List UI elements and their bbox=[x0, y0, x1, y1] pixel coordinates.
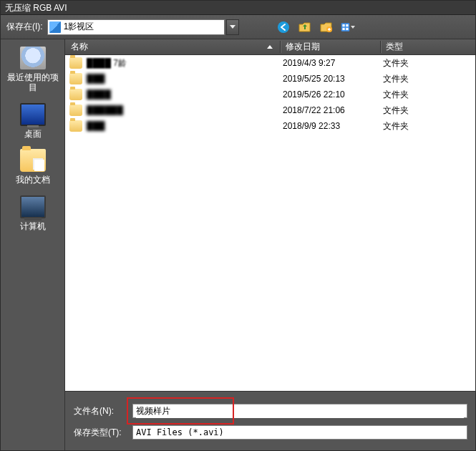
column-name[interactable]: 名称 bbox=[65, 39, 280, 54]
filename-input[interactable] bbox=[132, 404, 467, 418]
folder-icon bbox=[69, 73, 82, 84]
computer-icon bbox=[20, 195, 46, 218]
column-label: 类型 bbox=[386, 41, 403, 53]
filename-label: 文件名(N): bbox=[74, 405, 132, 417]
file-name: ████ 7龄 bbox=[87, 57, 280, 69]
places-sidebar: 最近使用的项目 桌面 我的文档 计算机 bbox=[1, 39, 65, 450]
list-item[interactable]: ██████ 2018/7/22 21:06 文件夹 bbox=[65, 102, 475, 118]
file-type: 文件夹 bbox=[380, 120, 409, 132]
new-folder-button[interactable] bbox=[319, 20, 334, 34]
file-date: 2019/5/26 22:10 bbox=[280, 89, 380, 100]
folder-icon bbox=[69, 57, 82, 69]
file-date: 2019/4/3 9:27 bbox=[280, 58, 380, 68]
place-label: 桌面 bbox=[24, 129, 42, 139]
filetype-label: 保存类型(T): bbox=[74, 427, 132, 439]
chevron-down-icon bbox=[230, 25, 235, 29]
file-name: ████ bbox=[87, 89, 280, 100]
place-recent[interactable]: 最近使用的项目 bbox=[4, 44, 62, 97]
column-date[interactable]: 修改日期 bbox=[280, 39, 380, 54]
recent-icon bbox=[20, 47, 46, 69]
list-item[interactable]: ███ 2018/9/9 22:33 文件夹 bbox=[65, 118, 475, 134]
window-title: 无压缩 RGB AVI bbox=[1, 1, 475, 15]
svg-rect-6 bbox=[346, 27, 348, 29]
file-date: 2019/5/25 20:13 bbox=[280, 74, 380, 84]
documents-icon bbox=[20, 149, 46, 172]
column-headers: 名称 修改日期 类型 bbox=[65, 39, 475, 55]
save-in-label: 保存在(I): bbox=[6, 21, 43, 33]
toolbar: 保存在(I): 1影视区 bbox=[1, 15, 475, 39]
file-name: ██████ bbox=[87, 105, 280, 115]
list-item[interactable]: ███ 2019/5/25 20:13 文件夹 bbox=[65, 71, 475, 87]
up-one-level-button[interactable] bbox=[298, 20, 312, 34]
column-label: 名称 bbox=[71, 41, 88, 53]
folder-icon bbox=[69, 105, 82, 116]
place-label: 最近使用的项目 bbox=[4, 72, 62, 93]
list-item[interactable]: ████ 7龄 2019/4/3 9:27 文件夹 bbox=[65, 55, 475, 71]
svg-rect-4 bbox=[346, 24, 348, 26]
file-type: 文件夹 bbox=[380, 57, 409, 69]
svg-rect-3 bbox=[342, 24, 344, 26]
svg-point-0 bbox=[278, 21, 289, 33]
folder-icon bbox=[69, 120, 82, 132]
location-text: 1影视区 bbox=[64, 21, 94, 33]
file-date: 2018/7/22 21:06 bbox=[280, 105, 380, 115]
place-desktop[interactable]: 桌面 bbox=[4, 100, 62, 143]
svg-rect-5 bbox=[342, 27, 344, 29]
chevron-down-icon bbox=[351, 26, 355, 29]
place-computer[interactable]: 计算机 bbox=[4, 193, 62, 236]
file-name: ███ bbox=[87, 74, 280, 84]
bottom-panel: 文件名(N): 保存类型(T): AVI Files (*.avi) bbox=[65, 391, 475, 450]
column-type[interactable]: 类型 bbox=[380, 39, 475, 54]
location-icon bbox=[49, 21, 61, 33]
list-item[interactable]: ████ 2019/5/26 22:10 文件夹 bbox=[65, 87, 475, 102]
back-button[interactable] bbox=[276, 20, 291, 34]
column-label: 修改日期 bbox=[286, 41, 320, 53]
file-type: 文件夹 bbox=[380, 73, 409, 85]
place-documents[interactable]: 我的文档 bbox=[4, 146, 62, 189]
file-name: ███ bbox=[87, 121, 280, 131]
file-type: 文件夹 bbox=[380, 105, 409, 117]
place-label: 计算机 bbox=[20, 221, 46, 231]
filename-input-field[interactable] bbox=[136, 405, 464, 418]
file-type: 文件夹 bbox=[380, 89, 409, 101]
filetype-value: AVI Files (*.avi) bbox=[136, 427, 224, 437]
place-label: 我的文档 bbox=[16, 175, 50, 185]
sort-ascending-icon bbox=[267, 45, 273, 49]
file-date: 2018/9/9 22:33 bbox=[280, 121, 380, 131]
filetype-combobox[interactable]: AVI Files (*.avi) bbox=[132, 425, 467, 440]
desktop-icon bbox=[20, 103, 46, 126]
location-dropdown-button[interactable] bbox=[226, 19, 239, 35]
location-combobox[interactable]: 1影视区 bbox=[47, 19, 225, 35]
folder-icon bbox=[69, 89, 82, 100]
view-menu-button[interactable] bbox=[341, 20, 355, 34]
file-list[interactable]: ████ 7龄 2019/4/3 9:27 文件夹 ███ 2019/5/25 … bbox=[65, 55, 475, 391]
